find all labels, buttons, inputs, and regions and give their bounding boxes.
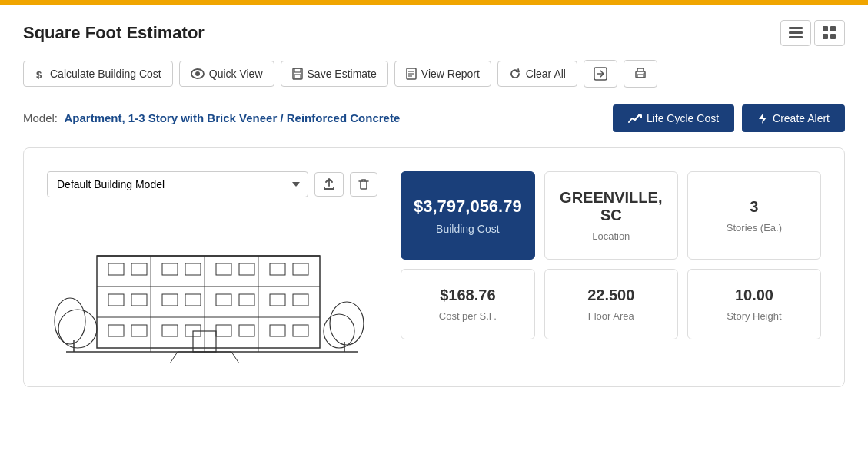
header-row: Square Foot Estimator <box>23 20 845 46</box>
list-icon <box>789 27 803 39</box>
svg-rect-38 <box>108 294 124 306</box>
trend-icon <box>628 113 642 124</box>
svg-rect-0 <box>789 27 803 29</box>
stat-label-4: Floor Area <box>588 310 634 322</box>
model-dropdown[interactable]: Default Building Model <box>47 171 308 197</box>
export-button[interactable] <box>584 60 617 88</box>
print-icon <box>634 67 647 81</box>
svg-point-20 <box>643 73 644 75</box>
building-svg <box>51 210 374 363</box>
svg-marker-61 <box>170 352 239 363</box>
stat-value-2: 3 <box>750 198 758 216</box>
report-icon <box>406 68 417 80</box>
grid-view-button[interactable] <box>814 20 845 46</box>
list-view-button[interactable] <box>780 20 811 46</box>
svg-rect-40 <box>162 294 178 306</box>
stat-card-1: GREENVILLE, SCLocation <box>544 171 678 260</box>
action-buttons: Life Cycle Cost Create Alert <box>613 104 845 132</box>
svg-rect-30 <box>108 263 124 275</box>
stats-grid: $3,797,056.79Building CostGREENVILLE, SC… <box>401 171 821 339</box>
viewreport-label: View Report <box>421 68 480 80</box>
save-label: Save Estimate <box>308 68 377 80</box>
grid-icon <box>823 26 836 40</box>
lifecycle-label: Life Cycle Cost <box>647 112 719 124</box>
svg-rect-5 <box>823 34 828 39</box>
svg-rect-36 <box>270 263 285 275</box>
clearall-button[interactable]: Clear All <box>497 61 577 87</box>
stat-label-0: Building Cost <box>436 223 500 235</box>
model-prefix: Model: <box>23 111 58 124</box>
dollar-icon: $ <box>35 68 45 79</box>
eye-icon <box>191 68 205 79</box>
stat-label-1: Location <box>592 230 630 242</box>
calculate-button[interactable]: $ Calculate Building Cost <box>23 61 173 87</box>
calculate-label: Calculate Building Cost <box>50 68 161 80</box>
bolt-icon <box>757 112 768 124</box>
svg-rect-45 <box>293 294 308 306</box>
svg-rect-23 <box>97 256 320 348</box>
svg-rect-46 <box>108 325 124 336</box>
stat-card-3: $168.76Cost per S.F. <box>401 269 535 339</box>
delete-button[interactable] <box>350 172 377 197</box>
quickview-label: Quick View <box>209 68 263 80</box>
trash-icon <box>358 178 369 190</box>
svg-rect-50 <box>216 325 231 336</box>
stat-label-2: Stories (Ea.) <box>727 222 782 233</box>
svg-point-9 <box>195 71 200 76</box>
view-toggle <box>780 20 845 46</box>
svg-rect-12 <box>294 75 301 78</box>
refresh-icon <box>509 68 521 80</box>
svg-point-56 <box>58 310 97 348</box>
lifecycle-button[interactable]: Life Cycle Cost <box>613 104 734 132</box>
model-description: Model: Apartment, 1-3 Story with Brick V… <box>23 111 400 125</box>
model-row: Model: Apartment, 1-3 Story with Brick V… <box>23 104 845 132</box>
export-icon <box>594 67 607 81</box>
svg-rect-41 <box>185 294 201 306</box>
stat-value-5: 10.00 <box>735 286 773 304</box>
stat-label-3: Cost per S.F. <box>439 310 497 322</box>
svg-rect-6 <box>830 34 836 39</box>
svg-rect-19 <box>637 75 644 78</box>
svg-rect-32 <box>162 263 178 275</box>
alert-label: Create Alert <box>773 112 830 124</box>
building-sketch <box>47 210 377 363</box>
stat-value-4: 22.500 <box>587 286 634 304</box>
stat-card-5: 10.00Story Height <box>687 269 821 339</box>
svg-rect-33 <box>185 263 201 275</box>
clearall-label: Clear All <box>526 68 566 80</box>
stat-value-0: $3,797,056.79 <box>414 197 522 217</box>
svg-rect-1 <box>789 31 803 34</box>
viewreport-button[interactable]: View Report <box>394 61 491 87</box>
save-icon <box>292 68 303 80</box>
main-card: Default Building Model <box>23 147 845 387</box>
svg-rect-3 <box>823 26 828 31</box>
stat-value-1: GREENVILLE, SC <box>557 189 665 224</box>
stat-card-4: 22.500Floor Area <box>544 269 678 339</box>
svg-rect-35 <box>239 263 254 275</box>
quickview-button[interactable]: Quick View <box>179 61 274 87</box>
svg-point-55 <box>55 298 85 344</box>
save-button[interactable]: Save Estimate <box>281 61 388 87</box>
svg-rect-52 <box>270 325 285 336</box>
app-title: Square Foot Estimator <box>23 23 205 43</box>
svg-rect-53 <box>293 325 308 336</box>
stat-label-5: Story Height <box>727 310 782 322</box>
svg-point-58 <box>330 302 364 345</box>
svg-rect-48 <box>162 325 178 336</box>
svg-marker-21 <box>759 113 767 124</box>
svg-rect-2 <box>789 36 803 38</box>
print-button[interactable] <box>624 60 657 88</box>
svg-rect-43 <box>239 294 254 306</box>
svg-text:$: $ <box>36 69 42 79</box>
upload-icon <box>323 178 335 190</box>
alert-button[interactable]: Create Alert <box>742 104 845 132</box>
svg-rect-39 <box>131 294 147 306</box>
svg-rect-34 <box>216 263 231 275</box>
stat-value-3: $168.76 <box>440 286 495 304</box>
model-name: Apartment, 1-3 Story with Brick Veneer /… <box>64 111 400 124</box>
upload-button[interactable] <box>314 172 344 197</box>
svg-rect-51 <box>239 325 254 336</box>
svg-rect-37 <box>293 263 308 275</box>
svg-rect-42 <box>216 294 231 306</box>
stat-card-0: $3,797,056.79Building Cost <box>401 171 535 260</box>
